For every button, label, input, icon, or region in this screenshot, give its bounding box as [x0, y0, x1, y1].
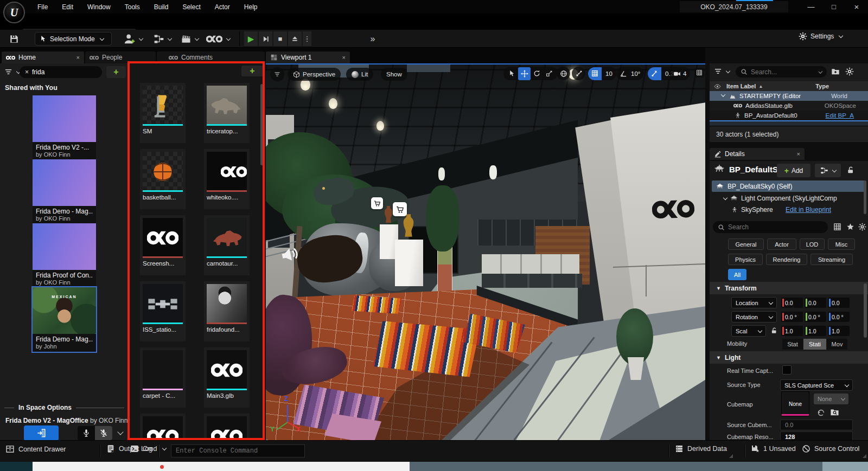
grid-snap-control[interactable]: 10 [588, 67, 616, 80]
asset-card[interactable]: carpet - C... [140, 347, 186, 408]
eye-icon[interactable] [714, 83, 721, 90]
console-command-input[interactable] [171, 444, 305, 457]
surface-snap-button[interactable] [572, 67, 585, 80]
details-search-input[interactable] [713, 221, 828, 233]
maximize-button[interactable]: □ [825, 0, 843, 14]
location-x-field[interactable]: 0.0 [781, 298, 803, 308]
component-row[interactable]: SkySphere [731, 204, 773, 215]
expand-arrow-icon[interactable] [721, 92, 725, 96]
location-dropdown[interactable]: Location [731, 297, 777, 308]
add-space-button[interactable]: + [106, 66, 126, 78]
outliner-search-input[interactable] [736, 66, 827, 78]
search-input[interactable] [32, 68, 97, 76]
scale-lock-icon[interactable] [770, 327, 778, 334]
minimize-button[interactable]: — [802, 0, 820, 14]
toolbar-overflow-button[interactable]: » [365, 31, 381, 46]
rotation-dropdown[interactable]: Rotation [731, 311, 777, 322]
lit-mode-dropdown[interactable]: Lit [346, 68, 373, 81]
search-input[interactable] [751, 68, 814, 76]
asset-card[interactable]: triceratop... [204, 83, 250, 143]
rotation-y-field[interactable]: 0.0 ° [805, 312, 826, 322]
menu-build[interactable]: Build [147, 0, 176, 14]
camera-speed-control[interactable]: 4 [669, 67, 690, 80]
transform-section-header[interactable]: ▼ Transform [710, 282, 868, 294]
space-search-input[interactable]: × [20, 66, 102, 78]
play-options-button[interactable]: ⋮ [303, 31, 311, 46]
location-z-field[interactable]: 0.0 [828, 298, 850, 308]
scale-dropdown[interactable]: Scal [731, 325, 766, 337]
outliner-row[interactable]: BP_AvatarDefault0 Edit BP_A [710, 111, 868, 120]
tab-people[interactable]: People [85, 51, 156, 63]
space-list-item[interactable]: Frida Demo - Mag...by OKO Finn [33, 159, 96, 224]
stop-button[interactable]: ■ [273, 31, 287, 46]
rotate-tool[interactable] [531, 67, 543, 80]
row-type-link[interactable]: Edit BP_A [826, 112, 854, 119]
menu-tools[interactable]: Tools [118, 0, 147, 14]
tab-home[interactable]: Home × [2, 51, 84, 63]
outliner-filter-dropdown[interactable] [714, 67, 730, 75]
scale-y-field[interactable]: 1.0 [805, 326, 826, 336]
rotation-x-field[interactable]: 0.0 ° [781, 312, 803, 322]
viewport-menu-button[interactable] [270, 67, 284, 81]
derived-data-button[interactable]: Derived Data [675, 444, 727, 453]
source-type-dropdown[interactable]: SLS Captured Sce [780, 379, 853, 391]
column-item-label[interactable]: Item Label [726, 83, 756, 89]
outliner-row-selected[interactable]: STARTEMPTY (Editor World [710, 91, 868, 101]
menu-actor[interactable]: Actor [208, 0, 237, 14]
cmd-dropdown[interactable]: Cmd [130, 444, 166, 453]
frame-skip-button[interactable] [259, 31, 272, 46]
filter-chip-all[interactable]: All [728, 269, 746, 280]
details-settings-gear-icon[interactable] [858, 223, 866, 231]
filter-chip[interactable]: Rendering [766, 254, 807, 265]
lock-open-icon[interactable] [846, 166, 855, 175]
asset-card[interactable]: carnotaur... [204, 215, 250, 275]
asset-card[interactable]: ISS_statio... [140, 281, 186, 341]
viewport-3d[interactable]: Z Y X Perspective Lit Show [266, 63, 705, 440]
add-actor-button[interactable] [122, 31, 144, 46]
blueprints-button[interactable] [151, 31, 174, 46]
select-tool[interactable] [506, 67, 518, 80]
close-icon[interactable]: × [76, 54, 80, 61]
mobility-movable-option[interactable]: Mov [827, 339, 847, 350]
clear-search-icon[interactable]: × [25, 68, 29, 76]
reset-back-arrow-icon[interactable] [817, 409, 825, 417]
asset-card[interactable]: Screensh... [140, 215, 186, 275]
world-local-toggle[interactable] [557, 67, 570, 80]
filter-chip[interactable]: General [728, 238, 764, 250]
asset-card[interactable] [204, 414, 250, 440]
mobility-static-option[interactable]: Stat [782, 339, 803, 350]
menu-select[interactable]: Select [175, 0, 207, 14]
favorites-star-icon[interactable] [846, 223, 854, 231]
rotation-z-field[interactable]: 0.0 ° [828, 312, 850, 322]
close-icon[interactable]: × [342, 54, 346, 61]
filter-chip[interactable]: Physics [728, 254, 763, 265]
cubemap-thumbnail[interactable]: None [781, 391, 809, 416]
mobility-stationary-option[interactable]: Stati [803, 339, 826, 350]
blueprint-dropdown-button[interactable] [815, 164, 841, 177]
add-asset-button[interactable]: + [241, 66, 263, 76]
scale-z-field[interactable]: 1.0 [828, 326, 850, 336]
asset-card[interactable]: SM [140, 83, 186, 143]
search-input[interactable] [728, 223, 823, 231]
console-input[interactable] [176, 447, 300, 455]
menu-file[interactable]: File [30, 0, 55, 14]
asset-card[interactable]: whiteoko.... [204, 149, 250, 209]
asset-scrollbar[interactable] [260, 84, 263, 165]
cart-marker[interactable] [371, 197, 383, 209]
menu-help[interactable]: Help [237, 0, 265, 14]
asset-card[interactable]: Main3.glb [204, 347, 250, 408]
audio-options-chevron-icon[interactable] [117, 429, 123, 435]
details-scrollbar[interactable] [864, 283, 867, 338]
asset-card[interactable]: fridafound... [204, 281, 250, 341]
show-dropdown[interactable]: Show [381, 68, 407, 81]
add-component-button[interactable]: + Add [777, 164, 810, 177]
display-grid-icon[interactable] [833, 223, 841, 231]
column-type[interactable]: Type [815, 83, 829, 89]
filter-chip[interactable]: LOD [800, 238, 825, 250]
tab-comments[interactable]: Comments [157, 51, 265, 63]
angle-snap-control[interactable]: 10° [616, 67, 644, 80]
unsaved-button[interactable]: 1 Unsaved [751, 444, 796, 453]
source-control-button[interactable]: Source Control [802, 444, 859, 453]
cubemap-dropdown-disabled[interactable]: None [814, 393, 848, 404]
maximize-viewport-button[interactable] [694, 68, 704, 78]
